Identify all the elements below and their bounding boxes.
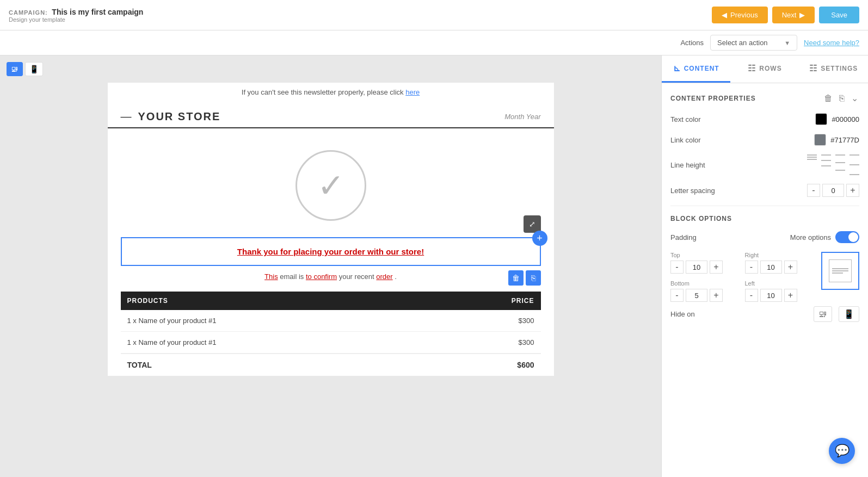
store-header: YOUR STORE Month Year xyxy=(108,102,554,128)
padding-preview-lines xyxy=(830,266,851,276)
mobile-view-button[interactable]: 📱 xyxy=(25,62,43,76)
padding-right-control: - + xyxy=(745,261,813,274)
tab-content[interactable]: ⊾ CONTENT xyxy=(662,55,730,83)
padding-bottom-group: Bottom - + xyxy=(670,280,738,302)
panel-content: CONTENT PROPERTIES 🗑 ⎘ ⌄ Text color #000… xyxy=(662,83,868,331)
panel-divider xyxy=(670,206,859,206)
padding-preview-inner xyxy=(829,259,852,282)
padding-right-input[interactable] xyxy=(760,261,782,274)
confirm-link[interactable]: to confirm xyxy=(306,272,337,281)
expand-icon: ⤢ xyxy=(529,220,535,228)
letter-spacing-input[interactable] xyxy=(822,184,844,197)
email-canvas: If you can't see this newsletter properl… xyxy=(108,83,554,376)
line-height-options xyxy=(807,154,859,175)
content-tab-icon: ⊾ xyxy=(673,63,681,73)
link-color-swatch-row[interactable]: #71777D xyxy=(814,134,859,146)
delete-block-button[interactable]: 🗑 xyxy=(508,270,524,286)
padding-left-plus[interactable]: + xyxy=(784,289,797,302)
padding-left-minus[interactable]: - xyxy=(745,289,758,302)
padding-right-group: Right - + xyxy=(745,252,813,274)
topbar-actions: ◀ Previous Next ▶ Save xyxy=(712,7,859,23)
prev-arrow-icon: ◀ xyxy=(722,11,727,19)
table-row: 1 x Name of your product #1 $300 xyxy=(121,332,541,354)
padding-top-input[interactable] xyxy=(686,261,707,274)
hide-on-mobile-button[interactable]: 📱 xyxy=(839,306,859,322)
padding-left-label: Left xyxy=(745,280,813,287)
preview-bar: If you can't see this newsletter properl… xyxy=(108,83,554,102)
product1-name: 1 x Name of your product #1 xyxy=(121,310,432,332)
desktop-view-button[interactable]: 🖳 xyxy=(7,62,23,76)
total-value: $600 xyxy=(432,354,541,376)
chat-button[interactable]: 💬 xyxy=(829,438,855,464)
product2-price: $300 xyxy=(432,332,541,354)
more-options-label: More options xyxy=(790,233,831,241)
padding-top-control: - + xyxy=(670,261,738,274)
line-height-compact[interactable] xyxy=(807,154,817,175)
link-color-label: Link color xyxy=(670,136,701,144)
text-color-label: Text color xyxy=(670,115,701,123)
chat-icon: 💬 xyxy=(835,444,849,458)
padding-bottom-label: Bottom xyxy=(670,280,738,287)
line-height-normal[interactable] xyxy=(821,154,831,175)
product2-name: 1 x Name of your product #1 xyxy=(121,332,432,354)
preview-link[interactable]: here xyxy=(405,88,420,96)
delete-section-button[interactable]: 🗑 xyxy=(823,92,834,104)
order-link[interactable]: order xyxy=(376,272,392,281)
padding-right-minus[interactable]: - xyxy=(745,261,758,274)
main-layout: 🖳 📱 If you can't see this newsletter pro… xyxy=(0,55,868,477)
canvas-area: 🖳 📱 If you can't see this newsletter pro… xyxy=(0,55,661,477)
padding-left-control: - + xyxy=(745,289,813,302)
campaign-name: This is my first campaign xyxy=(52,8,143,16)
campaign-prefix: CAMPAIGN: xyxy=(9,9,48,16)
content-properties-header: CONTENT PROPERTIES 🗑 ⎘ ⌄ xyxy=(670,92,859,104)
tab-settings[interactable]: ☷ SETTINGS xyxy=(799,55,868,83)
actions-select-dropdown[interactable]: Select an action ▼ xyxy=(710,35,797,51)
link-color-value: #71777D xyxy=(830,136,859,144)
padding-preview xyxy=(821,252,859,290)
text-color-swatch[interactable] xyxy=(815,113,827,125)
products-col-header: PRODUCTS xyxy=(121,292,432,310)
more-options-toggle[interactable] xyxy=(835,231,859,243)
previous-button[interactable]: ◀ Previous xyxy=(712,7,768,23)
link-color-swatch[interactable] xyxy=(814,134,826,146)
padding-left-input[interactable] xyxy=(760,289,782,302)
copy-block-button[interactable]: ⎘ xyxy=(526,270,541,286)
email-text-block: This email is to confirm your recent ord… xyxy=(108,266,554,287)
padding-top-minus[interactable]: - xyxy=(670,261,684,274)
chevron-down-icon: ▼ xyxy=(784,40,790,46)
padding-top-group: Top - + xyxy=(670,252,738,274)
padding-bottom-input[interactable] xyxy=(686,289,707,302)
padding-grid: Top - + Right - + xyxy=(670,252,859,302)
products-table: PRODUCTS PRICE 1 x Name of your product … xyxy=(121,292,541,376)
line-height-loose[interactable] xyxy=(835,154,845,175)
hide-on-label: Hide on xyxy=(670,310,695,318)
expand-button[interactable]: ⤢ xyxy=(524,215,541,233)
this-link[interactable]: This xyxy=(264,272,278,281)
block-options-title: BLOCK OPTIONS xyxy=(670,215,859,222)
hide-on-row: Hide on 🖳 📱 xyxy=(670,306,859,322)
padding-right-plus[interactable]: + xyxy=(784,261,797,274)
campaign-info: CAMPAIGN: This is my first campaign Desi… xyxy=(9,8,143,23)
copy-section-button[interactable]: ⎘ xyxy=(838,92,846,104)
next-button[interactable]: Next ▶ xyxy=(772,7,815,23)
tab-rows[interactable]: ☷ ROWS xyxy=(730,55,799,83)
right-panel: ⊾ CONTENT ☷ ROWS ☷ SETTINGS CONTENT PROP… xyxy=(661,55,868,477)
padding-top-plus[interactable]: + xyxy=(710,261,723,274)
collapse-section-button[interactable]: ⌄ xyxy=(850,92,859,104)
rows-tab-icon: ☷ xyxy=(748,63,756,73)
padding-bottom-plus[interactable]: + xyxy=(710,289,723,302)
padding-bottom-minus[interactable]: - xyxy=(670,289,684,302)
add-block-button[interactable]: + xyxy=(532,231,547,246)
text-color-swatch-row[interactable]: #000000 xyxy=(815,113,859,125)
save-button[interactable]: Save xyxy=(819,7,859,23)
hide-on-desktop-button[interactable]: 🖳 xyxy=(814,306,832,322)
actions-bar: Actions Select an action ▼ Need some hel… xyxy=(0,30,868,55)
padding-label: Padding xyxy=(670,233,697,241)
letter-spacing-plus[interactable]: + xyxy=(846,184,859,197)
content-properties-title: CONTENT PROPERTIES xyxy=(670,95,756,102)
help-link[interactable]: Need some help? xyxy=(804,39,859,47)
line-height-label: Line height xyxy=(670,161,705,169)
line-height-extra[interactable] xyxy=(849,154,859,175)
section-header-actions: 🗑 ⎘ ⌄ xyxy=(823,92,859,104)
letter-spacing-minus[interactable]: - xyxy=(807,184,820,197)
